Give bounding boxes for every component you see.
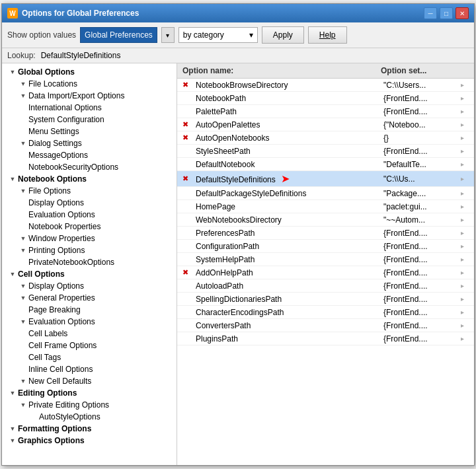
tree-expander[interactable]: ▼: [18, 376, 28, 386]
tree-expander[interactable]: ▼: [18, 281, 28, 291]
table-row[interactable]: ✖AutoOpenNotebooks{}▸: [177, 131, 474, 145]
table-row[interactable]: SpellingDictionariesPath{FrontEnd....▸: [177, 293, 474, 306]
table-row[interactable]: NotebookPath{FrontEnd....▸: [177, 92, 474, 105]
tree-expander[interactable]: [18, 150, 28, 161]
tree-item[interactable]: NotebookSecurityOptions: [2, 161, 177, 173]
tree-expander[interactable]: ▼: [18, 138, 28, 149]
tree-item[interactable]: ▼Printing Options: [2, 244, 177, 256]
tree-expander[interactable]: ▼: [7, 67, 18, 77]
tree-item[interactable]: ▼Display Options: [2, 280, 177, 292]
row-scroll-indicator: ▸: [461, 147, 469, 155]
tree-expander[interactable]: ▼: [7, 423, 18, 434]
tree-item[interactable]: ▼Graphics Options: [2, 435, 177, 447]
table-row[interactable]: PluginsPath{FrontEnd....▸: [177, 332, 474, 345]
tree-item[interactable]: ▼General Properties: [2, 292, 177, 304]
tree-expander[interactable]: ▼: [7, 269, 18, 279]
row-option-value: {FrontEnd....: [383, 295, 461, 304]
tree-expander[interactable]: ▼: [18, 233, 28, 244]
tree-item[interactable]: ▼Editing Options: [2, 387, 177, 399]
tree-expander[interactable]: [18, 102, 28, 113]
row-option-value: "C:\\Users...: [383, 81, 461, 90]
tree-item[interactable]: ▼Window Properties: [2, 233, 177, 244]
table-row[interactable]: ConfigurationPath{FrontEnd....▸: [177, 240, 474, 253]
tree-expander[interactable]: [18, 305, 28, 315]
global-preferences-arrow[interactable]: ▾: [161, 27, 175, 43]
apply-button[interactable]: Apply: [262, 26, 304, 44]
tree-item[interactable]: ▼Private Editing Options: [2, 399, 177, 411]
table-row[interactable]: DefaultNotebook"DefaultTe...▸: [177, 158, 474, 171]
tree-expander[interactable]: ▼: [18, 316, 28, 327]
table-row[interactable]: SystemHelpPath{FrontEnd....▸: [177, 253, 474, 266]
tree-item[interactable]: Display Options: [2, 197, 177, 209]
tree-item[interactable]: Evaluation Options: [2, 209, 177, 221]
tree-expander[interactable]: ▼: [18, 245, 28, 256]
tree-expander[interactable]: [18, 257, 28, 268]
tree-item[interactable]: ▼Cell Options: [2, 268, 177, 280]
tree-expander[interactable]: [18, 352, 28, 363]
table-row[interactable]: DefaultPackageStyleDefinitions"Package..…: [177, 187, 474, 200]
row-scroll-indicator: ▸: [461, 108, 469, 115]
tree-expander[interactable]: ▼: [18, 79, 28, 89]
tree-item[interactable]: Notebook Properties: [2, 221, 177, 233]
tree-expander[interactable]: [18, 221, 28, 232]
tree-expander[interactable]: [18, 364, 28, 375]
tree-expander[interactable]: [18, 328, 28, 339]
tree-item[interactable]: ▼Evaluation Options: [2, 316, 177, 328]
table-row[interactable]: ✖AutoOpenPalettes{"Noteboo...▸: [177, 118, 474, 131]
table-row[interactable]: ✖NotebookBrowseDirectory"C:\\Users...▸: [177, 79, 474, 92]
tree-item[interactable]: ▼File Locations: [2, 78, 177, 90]
tree-expander[interactable]: ▼: [7, 388, 18, 398]
table-row[interactable]: AutoloadPath{FrontEnd....▸: [177, 279, 474, 293]
table-row[interactable]: HomePage"paclet:gui...▸: [177, 200, 474, 213]
tree-item[interactable]: ▼Notebook Options: [2, 173, 177, 185]
tree-item[interactable]: ▼New Cell Defaults: [2, 375, 177, 387]
category-dropdown[interactable]: by category ▾: [178, 27, 258, 43]
tree-item[interactable]: System Configuration: [2, 114, 177, 126]
table-row[interactable]: ConvertersPath{FrontEnd....▸: [177, 319, 474, 332]
row-option-name: SystemHelpPath: [196, 255, 383, 264]
tree-expander[interactable]: ▼: [18, 186, 28, 196]
tree-expander[interactable]: [28, 412, 39, 422]
tree-item[interactable]: ▼Dialog Settings: [2, 137, 177, 149]
table-row[interactable]: ✖AddOnHelpPath{FrontEnd....▸: [177, 266, 474, 279]
tree-item[interactable]: Cell Tags: [2, 351, 177, 363]
tree-item[interactable]: Page Breaking: [2, 304, 177, 316]
tree-expander[interactable]: [18, 198, 28, 208]
tree-item[interactable]: PrivateNotebookOptions: [2, 256, 177, 268]
tree-item[interactable]: Menu Settings: [2, 126, 177, 137]
table-row[interactable]: WebNotebooksDirectory"~~Autom...▸: [177, 213, 474, 227]
close-button[interactable]: ✕: [456, 7, 469, 19]
tree-expander[interactable]: ▼: [7, 174, 18, 184]
global-preferences-dropdown[interactable]: Global Preferences: [80, 27, 157, 43]
tree-item[interactable]: International Options: [2, 102, 177, 114]
tree-item[interactable]: ▼Data Import/Export Options: [2, 90, 177, 102]
tree-expander[interactable]: ▼: [18, 293, 28, 303]
tree-expander[interactable]: [18, 340, 28, 351]
tree-item[interactable]: ▼Global Options: [2, 66, 177, 78]
tree-item[interactable]: Inline Cell Options: [2, 363, 177, 375]
table-row[interactable]: PalettePath{FrontEnd....▸: [177, 105, 474, 118]
table-row[interactable]: PreferencesPath{FrontEnd....▸: [177, 227, 474, 240]
tree-item[interactable]: AutoStyleOptions: [2, 411, 177, 423]
tree-expander[interactable]: [18, 162, 28, 172]
tree-expander[interactable]: ▼: [7, 435, 18, 446]
tree-expander[interactable]: [18, 209, 28, 220]
row-option-name: DefaultPackageStyleDefinitions: [196, 189, 383, 198]
table-row[interactable]: CharacterEncodingsPath{FrontEnd....▸: [177, 306, 474, 319]
help-button[interactable]: Help: [308, 26, 347, 44]
tree-item[interactable]: Cell Frame Options: [2, 340, 177, 351]
tree-expander[interactable]: [18, 126, 28, 137]
minimize-button[interactable]: ─: [424, 7, 437, 19]
window-title: Options for Global Preferences: [22, 9, 139, 18]
table-row[interactable]: StyleSheetPath{FrontEnd....▸: [177, 145, 474, 158]
tree-expander[interactable]: ▼: [18, 90, 28, 101]
tree-item[interactable]: ▼File Options: [2, 185, 177, 197]
tree-expander[interactable]: [18, 114, 28, 125]
tree-expander[interactable]: ▼: [18, 400, 28, 410]
tree-item[interactable]: Cell Labels: [2, 328, 177, 340]
tree-item[interactable]: MessageOptions: [2, 149, 177, 161]
tree-label: International Options: [28, 103, 102, 112]
table-row[interactable]: ✖DefaultStyleDefinitions➤"C:\\Us...▸: [177, 171, 474, 187]
tree-item[interactable]: ▼Formatting Options: [2, 423, 177, 435]
maximize-button[interactable]: □: [440, 7, 453, 19]
